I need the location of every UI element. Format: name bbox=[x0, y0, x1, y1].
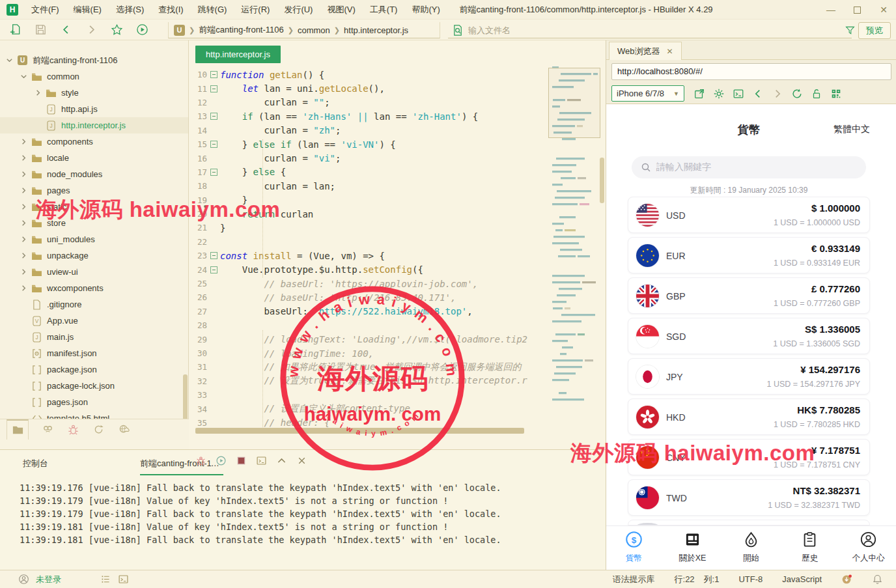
network-icon[interactable] bbox=[118, 423, 130, 436]
minimize-button[interactable]: — bbox=[825, 5, 837, 15]
language-mode[interactable]: JavaScript bbox=[782, 574, 822, 584]
tree-item-unpackage[interactable]: unpackage bbox=[0, 247, 188, 264]
chevron-down-icon[interactable] bbox=[5, 56, 14, 65]
breadcrumb[interactable]: U ❯前端canting-front-1106❯common❯http.inte… bbox=[168, 22, 440, 38]
breadcrumb-item-2[interactable]: http.interceptor.js bbox=[344, 25, 408, 35]
currency-card-EUR[interactable]: EUR€ 0.9331491 USD = 0.933149 EUR bbox=[628, 237, 870, 273]
filter-icon[interactable] bbox=[845, 25, 856, 36]
outline-icon[interactable] bbox=[100, 574, 111, 585]
save-icon[interactable] bbox=[35, 23, 47, 36]
fold-toggle-icon[interactable] bbox=[207, 85, 220, 92]
chevron-right-icon[interactable] bbox=[20, 137, 29, 147]
sync-icon[interactable] bbox=[92, 423, 105, 436]
menu-item-1[interactable]: 编辑(E) bbox=[67, 1, 108, 18]
close-tab-icon[interactable]: ✕ bbox=[667, 47, 673, 56]
menu-item-3[interactable]: 查找(I) bbox=[152, 1, 189, 18]
browser-tab[interactable]: Web浏览器 ✕ bbox=[609, 42, 682, 60]
chevron-right-icon[interactable] bbox=[20, 186, 29, 195]
file-search-bar[interactable] bbox=[448, 22, 852, 38]
currency-card-JPY[interactable]: JPY¥ 154.2971761 USD = 154.297176 JPY bbox=[628, 358, 870, 395]
menu-item-5[interactable]: 运行(R) bbox=[234, 1, 276, 18]
code-line-17[interactable]: 17 } else { bbox=[189, 165, 548, 179]
lock-icon[interactable] bbox=[811, 88, 822, 100]
fold-toggle-icon[interactable] bbox=[207, 266, 220, 273]
menu-item-6[interactable]: 发行(U) bbox=[277, 1, 319, 18]
terminal-icon[interactable] bbox=[256, 455, 267, 466]
tree-item-manifest.json[interactable]: manifest.json bbox=[0, 345, 188, 361]
minimap-viewport[interactable] bbox=[548, 68, 600, 138]
chevron-right-icon[interactable] bbox=[20, 284, 29, 293]
breadcrumb-item-1[interactable]: common bbox=[298, 25, 330, 35]
menu-item-0[interactable]: 文件(F) bbox=[25, 1, 66, 18]
tree-item-package.json[interactable]: package.json bbox=[0, 361, 188, 378]
chevron-right-icon[interactable] bbox=[20, 203, 29, 212]
open-external-icon[interactable] bbox=[693, 88, 705, 100]
fold-toggle-icon[interactable] bbox=[207, 252, 220, 259]
tree-item-common[interactable]: common bbox=[0, 68, 188, 85]
code-line-23[interactable]: 23const install = (Vue, vm) => { bbox=[189, 249, 548, 262]
menu-item-4[interactable]: 跳转(G) bbox=[191, 1, 234, 18]
back-icon[interactable] bbox=[752, 88, 764, 100]
tree-item-uni_modules[interactable]: uni_modules bbox=[0, 231, 188, 247]
fold-toggle-icon[interactable] bbox=[207, 169, 220, 176]
editor-vscrollbar[interactable] bbox=[600, 158, 604, 203]
code-line-12[interactable]: 12 curlan = ""; bbox=[189, 96, 548, 109]
tree-item-App.vue[interactable]: VApp.vue bbox=[0, 313, 188, 329]
currency-card-TWD[interactable]: TWDNT$ 32.3823711 USD = 32.382371 TWD bbox=[628, 479, 870, 516]
code-line-22[interactable]: 22 bbox=[189, 235, 548, 249]
encoding[interactable]: UTF-8 bbox=[738, 574, 763, 584]
code-line-13[interactable]: 13 if (lan == 'zh-Hans' || lan == 'zh-Ha… bbox=[189, 109, 548, 123]
code-line-15[interactable]: 15 } else if (lan == 'vi-VN') { bbox=[189, 137, 548, 151]
tree-item-locale[interactable]: locale bbox=[0, 150, 188, 166]
new-file-icon[interactable] bbox=[9, 23, 21, 36]
code-line-14[interactable]: 14 curlan = "zh"; bbox=[189, 124, 548, 137]
url-input[interactable] bbox=[611, 63, 891, 80]
maximize-button[interactable] bbox=[854, 7, 861, 14]
tree-item-wxcomponents[interactable]: wxcomponents bbox=[0, 280, 188, 296]
tree-item-style[interactable]: style bbox=[0, 85, 188, 101]
fold-toggle-icon[interactable] bbox=[207, 141, 220, 148]
app-tab-个人中心[interactable]: 个人中心 bbox=[848, 531, 889, 566]
chevron-right-icon[interactable] bbox=[20, 219, 29, 228]
editor-tab[interactable]: http.interceptor.js bbox=[195, 46, 281, 63]
chevron-right-icon[interactable] bbox=[20, 251, 29, 260]
restart-icon[interactable] bbox=[216, 455, 227, 466]
console-icon[interactable] bbox=[733, 88, 744, 100]
tree-item-package-lock.json[interactable]: package-lock.json bbox=[0, 378, 188, 394]
currency-search-input[interactable]: 請輸入關鍵字 bbox=[632, 156, 866, 178]
forward-icon[interactable] bbox=[772, 88, 783, 100]
console-tab[interactable]: 控制台 bbox=[23, 458, 48, 469]
file-search-input[interactable] bbox=[468, 25, 807, 35]
breadcrumb-item-0[interactable]: 前端canting-front-1106 bbox=[199, 24, 284, 36]
back-icon[interactable] bbox=[60, 23, 72, 36]
app-tab-貨幣[interactable]: $貨幣 bbox=[614, 531, 654, 566]
chevron-right-icon[interactable] bbox=[20, 170, 29, 179]
tree-item-uview-ui[interactable]: uview-ui bbox=[0, 264, 188, 280]
currency-card-USD[interactable]: USD$ 1.0000001 USD = 1.000000 USD bbox=[628, 197, 870, 233]
terminal-icon[interactable] bbox=[118, 574, 129, 585]
code-line-24[interactable]: 24 Vue.prototype.$u.http.setConfig({ bbox=[189, 262, 548, 276]
close-button[interactable]: ✕ bbox=[878, 5, 889, 15]
code-line-10[interactable]: 10function getLan() { bbox=[189, 68, 548, 81]
login-status[interactable]: 未登录 bbox=[36, 574, 61, 585]
app-tab-關於XE[interactable]: 關於XE bbox=[673, 531, 713, 566]
device-selector[interactable]: iPhone 6/7/8▼ bbox=[611, 85, 684, 102]
menu-item-8[interactable]: 工具(T) bbox=[363, 1, 404, 18]
menu-item-7[interactable]: 视图(V) bbox=[320, 1, 361, 18]
run-icon[interactable] bbox=[136, 23, 148, 36]
tree-item-http.api.js[interactable]: Jhttp.api.js bbox=[0, 101, 188, 117]
chevron-right-icon[interactable] bbox=[20, 235, 29, 244]
bell-icon[interactable] bbox=[872, 574, 883, 585]
sidebar-tab-files[interactable] bbox=[7, 419, 29, 440]
tree-item-前端canting-front-1106[interactable]: U前端canting-front-1106 bbox=[0, 52, 188, 68]
syntax-hint-lib[interactable]: 语法提示库 bbox=[613, 574, 655, 585]
settings-icon[interactable] bbox=[713, 88, 725, 100]
chevron-right-icon[interactable] bbox=[34, 89, 43, 98]
tree-item-pages.json[interactable]: pages.json bbox=[0, 394, 188, 410]
search-icon[interactable] bbox=[42, 423, 54, 436]
language-switch[interactable]: 繁體中文 bbox=[833, 124, 870, 135]
fold-toggle-icon[interactable] bbox=[207, 71, 220, 78]
currency-card-GBP[interactable]: GBP£ 0.7772601 USD = 0.777260 GBP bbox=[628, 277, 870, 314]
forward-icon[interactable] bbox=[85, 23, 98, 36]
currency-card-SGD[interactable]: SGDS$ 1.3360051 USD = 1.336005 SGD bbox=[628, 318, 870, 354]
